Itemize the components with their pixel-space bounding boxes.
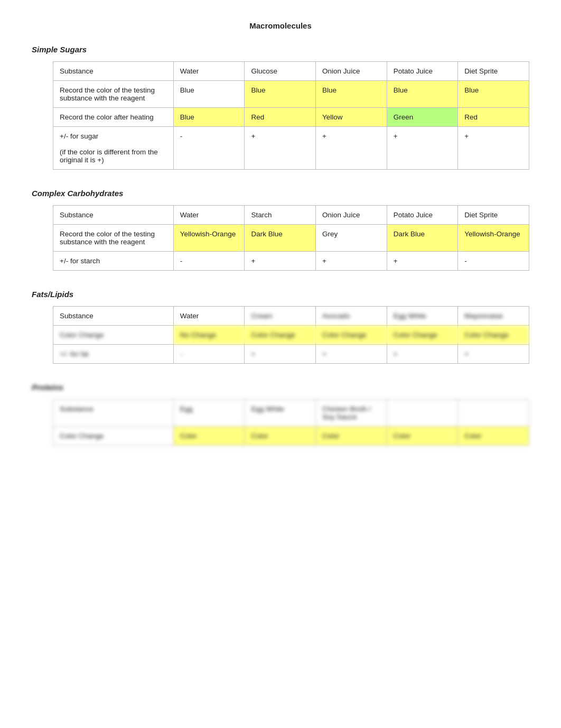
cell-water-fat-result: -: [173, 345, 245, 364]
cell-water-starch: -: [173, 252, 245, 271]
page-title: Macromolecules: [32, 21, 529, 30]
cell-potato-starch: +: [387, 252, 458, 271]
proteins-title: Proteins: [32, 383, 63, 392]
header-avocado: Avocado: [316, 307, 387, 326]
cell-glucose-heating: Red: [245, 108, 316, 127]
cell-cream-fat: Color Change: [245, 326, 316, 345]
table-row: Color Change No Change Color Change Colo…: [53, 326, 529, 345]
cell-starch-starch: +: [245, 252, 316, 271]
header-col4: [387, 400, 458, 427]
table-header-row: Substance Water Starch Onion Juice Potat…: [53, 206, 529, 225]
cell-diet-starch: -: [458, 252, 529, 271]
header-mayonnaise: Mayonnaise: [458, 307, 529, 326]
fats-lipids-section: Fats/Lipids Substance Water Cream Avocad…: [32, 290, 529, 364]
cell-col4-protein: Color: [387, 427, 458, 446]
cell-diet-reagent: Yellowish-Orange: [458, 225, 529, 252]
row-label-reagent-color: Record the color of the testing substanc…: [53, 225, 174, 252]
header-potato-juice: Potato Juice: [387, 62, 458, 81]
header-diet-sprite: Diet Sprite: [458, 206, 529, 225]
row-label-fat-result: +/- for fat: [53, 345, 174, 364]
cell-water-fat: No Change: [173, 326, 245, 345]
cell-diet-sugar: +: [458, 127, 529, 170]
cell-col5-protein: Color: [458, 427, 529, 446]
cell-onion-reagent: Grey: [316, 225, 387, 252]
cell-potato-reagent: Blue: [387, 81, 458, 108]
complex-carbs-table: Substance Water Starch Onion Juice Potat…: [53, 205, 529, 271]
cell-potato-reagent: Dark Blue: [387, 225, 458, 252]
header-water: Water: [173, 62, 245, 81]
cell-avocado-fat-result: +: [316, 345, 387, 364]
header-diet-sprite: Diet Sprite: [458, 62, 529, 81]
cell-diet-reagent: Blue: [458, 81, 529, 108]
header-starch: Starch: [245, 206, 316, 225]
cell-starch-reagent: Dark Blue: [245, 225, 316, 252]
simple-sugars-section: Simple Sugars Substance Water Glucose On…: [32, 45, 529, 170]
header-egg: Egg: [173, 400, 245, 427]
header-substance: Substance: [53, 206, 174, 225]
table-header-row: Substance Water Cream Avocado Egg White …: [53, 307, 529, 326]
header-potato-juice: Potato Juice: [387, 206, 458, 225]
header-egg-white: Egg White: [387, 307, 458, 326]
complex-carbs-section: Complex Carbohydrates Substance Water St…: [32, 189, 529, 271]
row-label-after-heating: Record the color after heating: [53, 108, 174, 127]
cell-water-reagent: Blue: [173, 81, 245, 108]
table-row: +/- for sugar (if the color is different…: [53, 127, 529, 170]
cell-water-reagent: Yellowish-Orange: [173, 225, 245, 252]
cell-onion-sugar: +: [316, 127, 387, 170]
header-cream: Cream: [245, 307, 316, 326]
cell-potato-heating: Green: [387, 108, 458, 127]
cell-onion-reagent: Blue: [316, 81, 387, 108]
header-onion-juice: Onion Juice: [316, 206, 387, 225]
cell-chicken-protein: Color: [316, 427, 387, 446]
header-onion-juice: Onion Juice: [316, 62, 387, 81]
row-label-starch-result: +/- for starch: [53, 252, 174, 271]
row-label-reagent-color: Record the color of the testing substanc…: [53, 81, 174, 108]
cell-eggwhite-protein: Color: [245, 427, 316, 446]
cell-avocado-fat: Color Change: [316, 326, 387, 345]
cell-potato-sugar: +: [387, 127, 458, 170]
row-label-sugar-result: +/- for sugar (if the color is different…: [53, 127, 174, 170]
cell-eggwhite-fat-result: +: [387, 345, 458, 364]
fats-lipids-table: Substance Water Cream Avocado Egg White …: [53, 306, 529, 364]
header-chicken-broth: Chicken Broth / Soy Sauce: [316, 400, 387, 427]
header-water: Water: [173, 307, 245, 326]
cell-eggwhite-fat: Color Change: [387, 326, 458, 345]
cell-onion-starch: +: [316, 252, 387, 271]
header-substance: Substance: [53, 307, 174, 326]
header-substance: Substance: [53, 62, 174, 81]
header-egg-white: Egg White: [245, 400, 316, 427]
header-col5: [458, 400, 529, 427]
cell-onion-heating: Yellow: [316, 108, 387, 127]
header-glucose: Glucose: [245, 62, 316, 81]
cell-egg-protein: Color: [173, 427, 245, 446]
proteins-section: Proteins Substance Egg Egg White Chicken…: [32, 383, 529, 446]
cell-water-sugar: -: [173, 127, 245, 170]
header-water: Water: [173, 206, 245, 225]
complex-carbs-title: Complex Carbohydrates: [32, 189, 529, 198]
table-header-row: Substance Egg Egg White Chicken Broth / …: [53, 400, 529, 427]
table-row: +/- for starch - + + + -: [53, 252, 529, 271]
cell-glucose-reagent: Blue: [245, 81, 316, 108]
cell-glucose-sugar: +: [245, 127, 316, 170]
table-row: Record the color of the testing substanc…: [53, 225, 529, 252]
table-row: Record the color after heating Blue Red …: [53, 108, 529, 127]
table-header-row: Substance Water Glucose Onion Juice Pota…: [53, 62, 529, 81]
cell-mayo-fat-result: +: [458, 345, 529, 364]
simple-sugars-title: Simple Sugars: [32, 45, 529, 54]
simple-sugars-table: Substance Water Glucose Onion Juice Pota…: [53, 61, 529, 170]
fats-lipids-title: Fats/Lipids: [32, 290, 529, 299]
cell-mayo-fat: Color Change: [458, 326, 529, 345]
cell-cream-fat-result: +: [245, 345, 316, 364]
table-row: Record the color of the testing substanc…: [53, 81, 529, 108]
cell-water-heating: Blue: [173, 108, 245, 127]
table-row: +/- for fat - + + + +: [53, 345, 529, 364]
cell-diet-heating: Red: [458, 108, 529, 127]
table-row: Color Change Color Color Color Color Col…: [53, 427, 529, 446]
header-substance: Substance: [53, 400, 174, 427]
row-label-color-change: Color Change: [53, 326, 174, 345]
row-label-protein1: Color Change: [53, 427, 174, 446]
proteins-table: Substance Egg Egg White Chicken Broth / …: [53, 399, 529, 446]
